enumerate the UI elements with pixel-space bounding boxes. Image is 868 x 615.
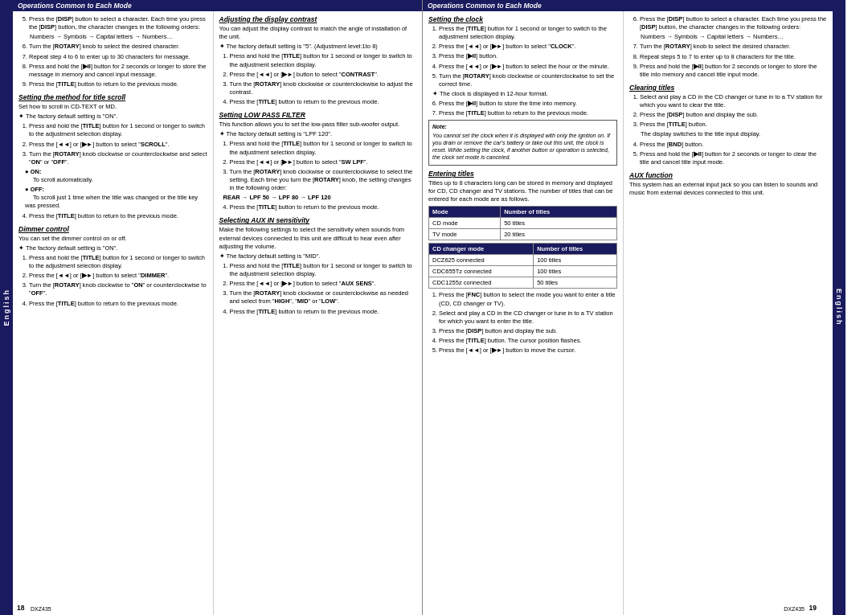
left-model: DXZ435 bbox=[31, 606, 51, 612]
aux-sens-desc: Make the following settings to select th… bbox=[219, 226, 416, 250]
aux-sensitivity-section: Selecting AUX IN sensitivity Make the fo… bbox=[219, 216, 416, 315]
dimmer-section: Dimmer control You can set the dimmer co… bbox=[18, 225, 207, 308]
off-desc: To scroll just 1 time when the title was… bbox=[25, 194, 198, 209]
left-page-header: Operations Common to Each Mode bbox=[13, 0, 422, 11]
lpf-note: ✦ The factory default setting is "LPF 12… bbox=[219, 130, 416, 138]
et-step4: Press the [TITLE] button. The cursor pos… bbox=[439, 337, 617, 345]
lpf-desc: This function allows you to set the low-… bbox=[219, 121, 416, 129]
clock-heading: Setting the clock bbox=[428, 15, 617, 23]
aux-function-heading: AUX function bbox=[629, 171, 827, 179]
d-step2: Press the [◄◄] or [▶►] button to select … bbox=[29, 272, 207, 280]
clock-format-note: ✦ The clock is displayed in 12-hour form… bbox=[432, 90, 617, 98]
right-page-header: Operations Common to Each Mode bbox=[423, 0, 833, 11]
as-step4: Press the [TITLE] button to return to th… bbox=[230, 308, 416, 316]
left-tab-label: English bbox=[2, 289, 10, 326]
entering-titles-heading: Entering titles bbox=[428, 170, 617, 178]
off-bullet: ● OFF: bbox=[25, 186, 44, 193]
r-step7: Turn the [ROTARY] knob to select the des… bbox=[640, 43, 827, 51]
on-desc: To scroll automatically. bbox=[33, 176, 93, 183]
as-step1: Press and hold the [TITLE] button for 1 … bbox=[230, 262, 416, 278]
table2-changer-header: CD changer mode bbox=[429, 244, 534, 255]
clearing-titles-section: Clearing titles Select and play a CD in … bbox=[629, 84, 827, 166]
title-scroll-heading: Setting the method for title scroll bbox=[18, 93, 207, 101]
lpf-step2: Press the [◄◄] or [▶►] button to select … bbox=[230, 158, 416, 166]
entering-titles-desc: Titles up to 8 characters long can be st… bbox=[428, 179, 617, 203]
ct-step4: Press the [BND] button. bbox=[640, 141, 827, 149]
clock-step5: Turn the [ROTARY] knob clockwise or coun… bbox=[439, 72, 617, 88]
left-column-1: Press the [DISP] button to select a char… bbox=[13, 11, 214, 615]
display-contrast-desc: You can adjust the display contrast to m… bbox=[219, 25, 416, 41]
ts-step1: Press and hold the [TITLE] button for 1 … bbox=[29, 122, 207, 138]
note-label: Note: bbox=[432, 123, 613, 130]
step-8: Press and hold the [▶II] button for 2 se… bbox=[29, 63, 207, 79]
et-step2: Select and play a CD in the CD changer o… bbox=[439, 310, 617, 326]
display-contrast-section: Adjusting the display contrast You can a… bbox=[219, 15, 416, 106]
clearing-titles-heading: Clearing titles bbox=[629, 84, 827, 92]
table2-row2-titles: 100 titles bbox=[534, 266, 617, 277]
left-english-tab: English bbox=[0, 0, 13, 615]
table1-mode-header: Mode bbox=[429, 207, 501, 218]
d-step4: Press the [TITLE] button to return to th… bbox=[29, 300, 207, 308]
right-tab-label: English bbox=[835, 289, 843, 326]
lpf-step4: Press the [TITLE] button to return to th… bbox=[230, 203, 416, 211]
dimmer-note: ✦ The factory default setting is "ON". bbox=[18, 244, 207, 252]
step-6: Turn the [ROTARY] knob to select the des… bbox=[29, 43, 207, 51]
clock-step4: Press the [◄◄] or [▶►] button to select … bbox=[439, 63, 617, 71]
left-column-2: Adjusting the display contrast You can a… bbox=[214, 11, 422, 615]
title-scroll-note: ✦ The factory default setting is "ON". bbox=[18, 113, 207, 121]
lpf-step1: Press and hold the [TITLE] button for 1 … bbox=[230, 140, 416, 156]
ct-step5: Press and hold the [▶II] button for 2 se… bbox=[640, 150, 827, 166]
right-continued-steps: Press the [DISP] button to select a char… bbox=[629, 15, 827, 79]
clock-step2: Press the [◄◄] or [▶►] button to select … bbox=[439, 43, 617, 51]
aux-sens-heading: Selecting AUX IN sensitivity bbox=[219, 216, 416, 224]
r-step6: Press the [DISP] button to select a char… bbox=[640, 15, 827, 31]
entering-titles-section: Entering titles Titles up to 8 character… bbox=[428, 170, 617, 355]
right-column-2: Press the [DISP] button to select a char… bbox=[624, 11, 833, 615]
lpf-step3: Turn the [ROTARY] knob clockwise or coun… bbox=[230, 168, 416, 192]
clock-step6: Press the [▶II] button to store the time… bbox=[439, 100, 617, 108]
step-7: Repeat step 4 to 6 to enter up to 30 cha… bbox=[29, 53, 207, 61]
clock-step7: Press the [TITLE] button to return to th… bbox=[439, 109, 617, 117]
ct-step3: Press the [TITLE] button. bbox=[640, 121, 827, 129]
clock-note-box: Note: You cannot set the clock when it i… bbox=[428, 120, 617, 166]
table1-row2-titles: 20 titles bbox=[501, 229, 617, 240]
step-9: Press the [TITLE] button to return to th… bbox=[29, 80, 207, 88]
dimmer-desc: You can set the dimmer control on or off… bbox=[18, 235, 207, 243]
aux-function-section: AUX function This system has an external… bbox=[629, 171, 827, 197]
ts-step3: Turn the [ROTARY] knob clockwise or coun… bbox=[29, 150, 207, 166]
on-item: ● ON: To scroll automatically. bbox=[25, 168, 207, 184]
dc-step2: Press the [◄◄] or [▶►] button to select … bbox=[230, 71, 416, 79]
d-step1: Press and hold the [TITLE] button for 1 … bbox=[29, 254, 207, 270]
title-scroll-section: Setting the method for title scroll Set … bbox=[18, 93, 207, 220]
dc-step3: Turn the [ROTARY] knob clockwise or coun… bbox=[230, 80, 416, 96]
on-bullet: ● ON: bbox=[25, 168, 41, 175]
table1-titles-header: Number of titles bbox=[501, 207, 617, 218]
ct-step2: Press the [DISP] button and display the … bbox=[640, 111, 827, 119]
display-contrast-note: ✦ The factory default setting is "5". (A… bbox=[219, 43, 416, 51]
right-column-1: Setting the clock Press the [TITLE] butt… bbox=[423, 11, 624, 615]
dc-step4: Press the [TITLE] button to return to th… bbox=[230, 98, 416, 106]
ct-display-note: The display switches to the title input … bbox=[641, 130, 827, 138]
lpf-heading: Setting LOW PASS FILTER bbox=[219, 111, 416, 119]
titles-table-1: Mode Number of titles CD mode 50 titles … bbox=[428, 206, 617, 240]
as-step2: Press the [◄◄] or [▶►] button to select … bbox=[230, 280, 416, 288]
title-scroll-desc: Set how to scroll in CD-TEXT or MD. bbox=[18, 103, 207, 111]
clock-note-text: You cannot set the clock when it is disp… bbox=[432, 132, 613, 161]
aux-function-desc: This system has an external input jack s… bbox=[629, 181, 827, 197]
table1-row1-mode: CD mode bbox=[429, 218, 501, 229]
table1-row2-mode: TV mode bbox=[429, 229, 501, 240]
et-step3: Press the [DISP] button and display the … bbox=[439, 327, 617, 335]
table2-row1-mode: DCZ625 connected bbox=[429, 255, 534, 266]
r-step8: Repeat steps 5 to 7 to enter up to 8 cha… bbox=[640, 53, 827, 61]
step-5: Press the [DISP] button to select a char… bbox=[29, 15, 207, 31]
right-english-tab: English bbox=[833, 0, 845, 615]
ts-step4: Press the [TITLE] button to return to th… bbox=[29, 212, 207, 220]
aux-sens-note: ✦ The factory default setting is "MID". bbox=[219, 252, 416, 260]
d-step3: Turn the [ROTARY] knob clockwise to "ON"… bbox=[29, 281, 207, 297]
table2-titles-header: Number of titles bbox=[534, 244, 617, 255]
continued-numbered-steps: Press the [DISP] button to select a char… bbox=[18, 15, 207, 88]
ts-step2: Press the [◄◄] or [▶►] button to select … bbox=[29, 141, 207, 149]
left-page-num: 18 bbox=[17, 604, 24, 612]
table2-row3-mode: CDC1255z connected bbox=[429, 277, 534, 289]
et-step5: Press the [◄◄] or [▶►] button to move th… bbox=[439, 346, 617, 355]
